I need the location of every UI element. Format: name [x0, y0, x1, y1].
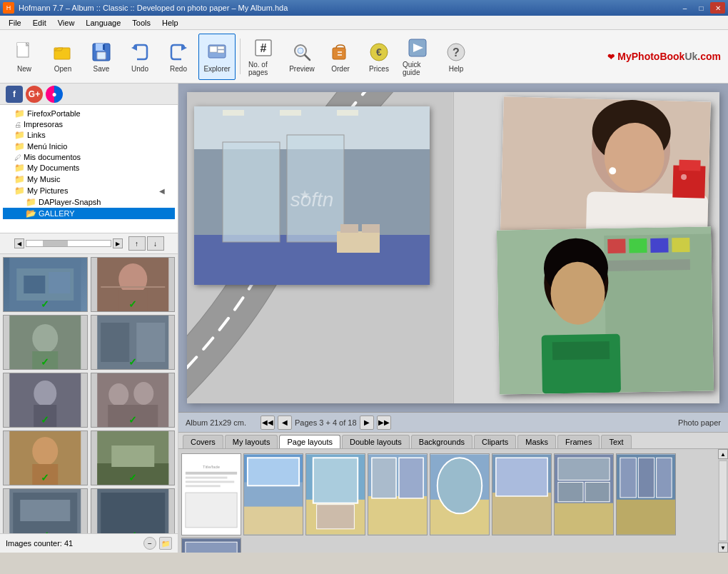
photo-thumb[interactable]: ✓	[91, 488, 176, 533]
tab-page-layouts[interactable]: Page layouts	[279, 435, 340, 448]
scroll-down-btn[interactable]: ▼	[718, 543, 728, 553]
photo-thumb[interactable]: ✓	[3, 257, 88, 312]
flickr-icon[interactable]: ●	[46, 86, 63, 103]
svg-rect-19	[333, 48, 345, 59]
menu-file[interactable]: File	[3, 16, 27, 29]
svg-rect-106	[186, 485, 221, 487]
photo-thumb[interactable]: ✓	[3, 430, 88, 485]
tree-item-gallery[interactable]: 📂 GALLERY	[3, 208, 175, 219]
layout-thumb[interactable]	[492, 453, 552, 535]
layout-thumb[interactable]	[243, 453, 303, 535]
tree-left-btn[interactable]: ◀	[14, 238, 24, 248]
prev-page-btn[interactable]: ◀	[278, 416, 292, 430]
scroll-up-btn[interactable]: ▲	[718, 449, 728, 459]
tree-item[interactable]: 📁 My Music	[3, 173, 175, 185]
next-page-btn[interactable]: ▶	[360, 416, 374, 430]
left-panel: f G+ ● 📁 FirefoxPortable 🖨 Impresoras 📁 …	[0, 84, 178, 553]
save-button[interactable]: Save	[83, 34, 120, 80]
check-mark: ✓	[41, 414, 49, 426]
new-button[interactable]: New	[6, 34, 43, 80]
tab-my-layouts[interactable]: My layouts	[225, 435, 278, 448]
google-icon[interactable]: G+	[26, 86, 43, 103]
close-button[interactable]: ✕	[710, 2, 725, 14]
tree-item[interactable]: 📁 Links	[3, 129, 175, 141]
layout-scrollbar[interactable]: ▲ ▼	[718, 449, 728, 553]
layout-thumb[interactable]	[305, 453, 365, 535]
photo-woman-bottom[interactable]	[497, 226, 714, 394]
menu-tools[interactable]: Tools	[126, 16, 156, 29]
photo-thumb[interactable]: ✓	[3, 488, 88, 533]
tree-item[interactable]: 📁 DAPlayer-Snapsh	[3, 196, 175, 208]
tree-right-btn[interactable]: ▶	[113, 238, 123, 248]
svg-text:#: #	[261, 42, 267, 54]
tab-double-layouts[interactable]: Double layouts	[342, 435, 410, 448]
layout-thumb[interactable]	[181, 538, 241, 553]
photo-grid[interactable]: ✓ ✓	[0, 254, 178, 533]
tab-frames[interactable]: Frames	[557, 435, 600, 448]
scroll-thumb[interactable]	[719, 460, 727, 541]
svg-rect-72	[337, 231, 380, 253]
layout-strip[interactable]: Title/fade	[178, 449, 728, 553]
main-layout: f G+ ● 📁 FirefoxPortable 🖨 Impresoras 📁 …	[0, 84, 728, 553]
svg-rect-13	[218, 50, 224, 53]
photo-thumb[interactable]: ✓	[91, 315, 176, 370]
help-button[interactable]: ? Help	[438, 34, 475, 80]
redo-icon	[167, 41, 190, 64]
last-page-btn[interactable]: ▶▶	[377, 416, 391, 430]
maximize-button[interactable]: □	[694, 2, 709, 14]
tab-masks[interactable]: Masks	[517, 435, 556, 448]
svg-rect-119	[399, 458, 423, 498]
tree-action-btns: ↑ ↓	[128, 236, 164, 251]
svg-rect-59	[101, 493, 165, 533]
prices-button[interactable]: € Prices	[360, 34, 398, 80]
photo-thumb[interactable]: ✓	[3, 315, 88, 370]
first-page-btn[interactable]: ◀◀	[261, 416, 275, 430]
menu-edit[interactable]: Edit	[27, 16, 52, 29]
svg-point-47	[133, 382, 153, 405]
preview-button[interactable]: Preview	[283, 34, 320, 80]
facebook-icon[interactable]: f	[6, 86, 23, 103]
tree-item[interactable]: 🖊 Mis documentos	[3, 152, 175, 162]
menu-language[interactable]: Language	[80, 16, 126, 29]
nopages-button[interactable]: # No. of pages	[245, 34, 282, 80]
open-button[interactable]: Open	[44, 34, 81, 80]
file-tree[interactable]: 📁 FirefoxPortable 🖨 Impresoras 📁 Links 📁…	[0, 105, 178, 233]
photo-thumb[interactable]: ✓	[91, 257, 176, 312]
tab-text[interactable]: Text	[601, 435, 631, 448]
photo-thumb[interactable]: ✓	[91, 373, 176, 428]
tab-backgrounds[interactable]: Backgrounds	[411, 435, 472, 448]
main-photo-frame[interactable]: softn ★	[194, 106, 430, 285]
photo-thumb[interactable]: ✓	[3, 373, 88, 428]
tree-scrollbar[interactable]	[26, 240, 111, 247]
tree-item[interactable]: 📁 Menú Inicio	[3, 141, 175, 152]
counter-folder-btn[interactable]: 📁	[159, 537, 172, 550]
tab-cliparts[interactable]: Cliparts	[474, 435, 516, 448]
layout-thumb[interactable]	[554, 453, 614, 535]
menu-help[interactable]: Help	[156, 16, 184, 29]
redo-button[interactable]: Redo	[160, 34, 197, 80]
tree-item[interactable]: 📁 My Pictures ◀	[3, 185, 175, 196]
check-mark: ✓	[41, 356, 49, 368]
folder-icon: 📁	[14, 174, 25, 184]
window-controls: – □ ✕	[677, 2, 725, 14]
layout-thumb[interactable]: Title/fade	[181, 453, 241, 535]
minimize-button[interactable]: –	[677, 2, 692, 14]
tree-item[interactable]: 🖨 Impresoras	[3, 119, 175, 129]
tab-covers[interactable]: Covers	[183, 435, 223, 448]
undo-button[interactable]: Undo	[121, 34, 158, 80]
menu-view[interactable]: View	[52, 16, 81, 29]
quickguide-button[interactable]: Quick guide	[399, 34, 436, 80]
counter-minus-btn[interactable]: −	[143, 537, 156, 550]
tree-up-btn[interactable]: ↑	[128, 236, 146, 251]
tree-item[interactable]: 📁 FirefoxPortable	[3, 108, 175, 119]
photo-thumb[interactable]: ✓	[91, 430, 176, 485]
explorer-button[interactable]: Explorer	[198, 34, 236, 80]
order-button[interactable]: Order	[322, 34, 359, 80]
tree-down-btn[interactable]: ↓	[147, 236, 164, 251]
layout-thumb[interactable]	[616, 453, 676, 535]
tree-item[interactable]: 📁 My Documents	[3, 162, 175, 173]
layout-thumb[interactable]	[368, 453, 428, 535]
canvas-area[interactable]: softn ★	[178, 84, 728, 412]
main-area: softn ★	[178, 84, 728, 553]
layout-thumb[interactable]	[430, 453, 490, 535]
